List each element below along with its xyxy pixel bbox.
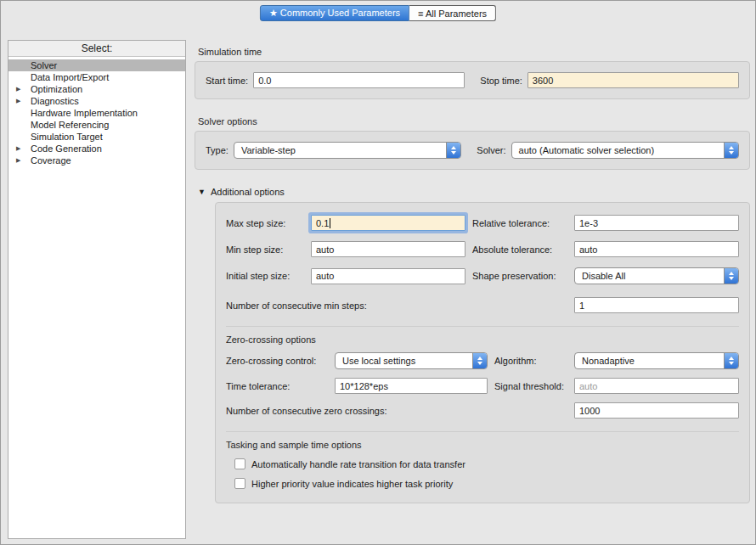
sidebar-item-label: Hardware Implementation [31,108,138,118]
dropdown-selected-value: Nonadaptive [575,356,724,366]
initial-step-size-input[interactable] [311,268,465,284]
sidebar-item-code-generation[interactable]: ▶ Code Generation [8,143,185,155]
min-step-size-label: Min step size: [226,244,304,255]
category-tree: Solver Data Import/Export ▶ Optimization… [8,57,185,166]
algorithm-label: Algorithm: [494,356,567,366]
chevron-up-down-icon [446,143,460,158]
zero-crossing-control-dropdown[interactable]: Use local settings [335,352,488,369]
sidebar-item-label: Solver [31,60,57,70]
rate-transition-label: Automatically handle rate transition for… [251,459,465,469]
chevron-up-down-icon [724,143,738,158]
additional-options-panel: Max step size: 0.1 Relative tolerance: M… [215,202,750,503]
sidebar-item-label: Optimization [31,84,82,94]
dropdown-selected-value: Variable-step [234,145,446,155]
chevron-up-down-icon [724,353,738,368]
time-tolerance-label: Time tolerance: [226,381,328,391]
min-step-size-input[interactable] [311,241,465,257]
sidebar-item-label: Coverage [31,155,71,166]
absolute-tolerance-input[interactable] [574,241,739,257]
max-step-size-input[interactable]: 0.1 [311,215,465,231]
tasking-section: Tasking and sample time options Automati… [226,431,739,489]
disclosure-triangle-icon[interactable]: ▶ [16,95,31,107]
rate-transition-checkbox[interactable] [234,458,245,469]
chevron-up-down-icon [472,353,487,368]
initial-step-size-label: Initial step size: [226,271,304,281]
solver-type-dropdown[interactable]: Variable-step [234,142,461,159]
time-tolerance-input[interactable] [335,378,488,394]
sidebar-item-label: Model Referencing [31,120,109,130]
stop-time-input[interactable] [528,72,739,88]
zero-crossing-section: Zero-crossing options Zero-crossing cont… [226,326,739,419]
tab-commonly-used-parameters[interactable]: ★ Commonly Used Parameters [260,5,409,21]
consecutive-zero-crossings-input[interactable] [574,402,739,419]
dropdown-selected-value: Disable All [575,271,724,281]
select-tree-panel: Select: Solver Data Import/Export ▶ Opti… [8,40,186,539]
sidebar-item-label: Data Import/Export [31,72,109,82]
solver-dropdown[interactable]: auto (Automatic solver selection) [511,142,739,159]
zero-crossing-title: Zero-crossing options [226,334,739,345]
priority-value-row: Higher priority value indicates higher t… [234,478,739,489]
zero-crossing-grid: Zero-crossing control: Use local setting… [226,352,739,419]
sidebar-item-diagnostics[interactable]: ▶ Diagnostics [8,95,185,107]
priority-value-checkbox[interactable] [234,478,245,489]
tab-bar: ★ Commonly Used Parameters ≡ All Paramet… [260,5,496,21]
relative-tolerance-input[interactable] [574,215,739,231]
solver-options-title: Solver options [198,116,750,126]
disclosure-triangle-icon[interactable]: ▶ [16,143,31,155]
sidebar-item-label: Code Generation [31,143,102,154]
max-step-size-label: Max step size: [226,218,304,228]
disclosure-triangle-icon[interactable]: ▶ [16,83,31,95]
sidebar-item-coverage[interactable]: ▶ Coverage [8,155,185,166]
simulation-time-panel: Start time: Stop time: [195,61,750,99]
consecutive-min-steps-input[interactable] [574,297,739,313]
additional-options-title: Additional options [211,187,285,197]
sidebar-item-hardware-implementation[interactable]: Hardware Implementation [8,107,185,119]
zero-crossing-control-label: Zero-crossing control: [226,356,328,366]
disclosure-triangle-icon[interactable]: ▶ [16,155,31,166]
stop-time-label: Stop time: [480,76,522,86]
start-time-input[interactable] [253,72,465,88]
consecutive-min-steps-label: Number of consecutive min steps: [226,301,567,311]
solver-label: Solver: [477,145,505,155]
signal-threshold-input[interactable] [574,378,739,394]
configuration-parameters-window: ★ Commonly Used Parameters ≡ All Paramet… [0,0,756,545]
sidebar-item-data-import-export[interactable]: Data Import/Export [8,71,185,83]
consecutive-zero-crossings-label: Number of consecutive zero crossings: [226,406,567,416]
rate-transition-row: Automatically handle rate transition for… [234,458,739,469]
sidebar-item-simulation-target[interactable]: Simulation Target [8,131,185,143]
sidebar-item-label: Diagnostics [31,96,79,106]
tasking-title: Tasking and sample time options [226,440,739,450]
shape-preservation-label: Shape preservation: [472,271,567,281]
simulation-time-title: Simulation time [198,47,750,57]
chevron-up-down-icon [724,268,738,284]
dropdown-selected-value: Use local settings [336,356,472,366]
additional-options-disclosure[interactable]: ▼ Additional options [198,187,750,197]
solver-options-panel: Type: Variable-step Solver: auto (Automa… [195,131,750,170]
text-cursor [330,218,330,228]
solver-type-label: Type: [206,145,228,155]
sidebar-item-optimization[interactable]: ▶ Optimization [8,83,185,95]
parameters-pane: Simulation time Start time: Stop time: S… [195,40,750,539]
absolute-tolerance-label: Absolute tolerance: [472,244,567,255]
step-options-grid: Max step size: 0.1 Relative tolerance: M… [226,215,739,313]
start-time-label: Start time: [206,76,248,86]
sidebar-item-solver[interactable]: Solver [8,59,185,71]
sidebar-item-model-referencing[interactable]: Model Referencing [8,119,185,131]
sidebar-item-label: Simulation Target [31,132,103,142]
disclosure-down-triangle-icon[interactable]: ▼ [198,188,206,196]
dropdown-selected-value: auto (Automatic solver selection) [512,145,724,155]
tab-all-parameters[interactable]: ≡ All Parameters [409,5,496,21]
shape-preservation-dropdown[interactable]: Disable All [574,267,739,284]
max-step-size-value: 0.1 [316,218,329,228]
signal-threshold-label: Signal threshold: [494,381,567,391]
algorithm-dropdown[interactable]: Nonadaptive [574,352,739,369]
select-header: Select: [8,41,185,57]
relative-tolerance-label: Relative tolerance: [472,218,567,228]
priority-value-label: Higher priority value indicates higher t… [251,479,453,489]
